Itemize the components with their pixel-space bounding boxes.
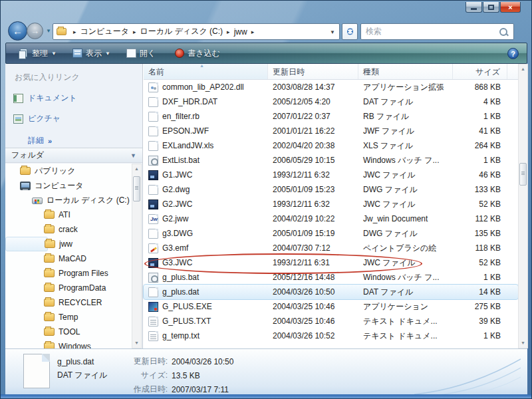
toolbar-button[interactable]: 開く [123, 46, 162, 61]
column-header-name[interactable]: ▲ 名前 [144, 64, 268, 79]
favorite-label[interactable]: ピクチャ [28, 113, 61, 124]
table-row[interactable]: ExtList.bat 2006/05/29 10:15 Windows バッチ… [144, 153, 518, 168]
file-name[interactable]: DXF_HDR.DAT [162, 97, 217, 106]
column-header-label[interactable]: 種類 [363, 67, 379, 76]
table-row[interactable]: g_plus.dat 2004/03/26 10:50 DAT ファイル 14 … [144, 285, 518, 299]
breadcrumb-label[interactable]: jww [234, 27, 247, 37]
table-row[interactable]: G3.JWC 1993/12/11 6:31 JWC ファイル 52 KB [144, 255, 518, 270]
forward-button[interactable]: → [27, 23, 43, 39]
scroll-up-icon[interactable]: ▲ [132, 164, 141, 174]
column-header-label[interactable]: 更新日時 [273, 67, 305, 76]
file-name-cell[interactable]: G_PLUS.EXE [144, 302, 268, 312]
tree-item[interactable]: ProgramData [5, 281, 132, 295]
file-name[interactable]: G3.emf [162, 243, 188, 253]
tree-item[interactable]: Program Files [5, 266, 132, 281]
tree-item-label[interactable]: MaCAD [59, 254, 86, 263]
tree-item-label[interactable]: Windows [59, 342, 91, 348]
table-row[interactable]: g3.DWG 2005/01/09 15:19 DWG ファイル 135 KB [144, 226, 518, 241]
table-row[interactable]: G2.JWC 1993/12/11 6:32 JWC ファイル 52 KB [144, 197, 518, 211]
tree-item-label[interactable]: ProgramData [59, 283, 106, 293]
table-row[interactable]: G1.JWC 1993/12/11 6:32 JWC ファイル 46 KB [144, 168, 518, 182]
table-row[interactable]: common_lib_AP202.dll 2003/08/28 14:37 アプ… [144, 80, 518, 94]
favorite-label[interactable]: ドキュメント [28, 92, 77, 104]
address-dropdown-icon[interactable]: ▼ [330, 29, 335, 35]
column-header-size[interactable]: サイズ [453, 64, 507, 79]
breadcrumb-item[interactable]: ▸ ローカル ディスク (C:) [129, 26, 223, 37]
table-row[interactable]: G_PLUS.EXE 2004/03/25 10:46 アプリケーション 275… [144, 299, 518, 314]
file-name[interactable]: common_lib_AP202.dll [162, 82, 244, 92]
file-name-cell[interactable]: g_plus.bat [144, 273, 268, 283]
close-button[interactable]: × [500, 2, 521, 13]
file-name[interactable]: g_temp.txt [162, 331, 200, 340]
more-label[interactable]: 詳細 [28, 135, 44, 146]
file-name-cell[interactable]: G3.emf [144, 243, 268, 253]
table-row[interactable]: g_temp.txt 2004/03/26 10:52 テキスト ドキュメ...… [144, 329, 518, 343]
tree-item-label[interactable]: コンピュータ [35, 180, 83, 192]
file-name-cell[interactable]: EXLandJW.xls [144, 141, 268, 151]
toolbar-button[interactable]: 表示 ▼ [69, 46, 114, 61]
tree-item[interactable]: ローカル ディスク (C:) [5, 193, 132, 207]
file-name-cell[interactable]: g3.DWG [144, 229, 268, 239]
tree-item-label[interactable]: パブリック [35, 166, 75, 177]
column-header-label[interactable]: サイズ [475, 67, 500, 76]
file-name[interactable]: EXLandJW.xls [162, 141, 213, 150]
toolbar-button[interactable]: 書き込む [172, 46, 227, 61]
file-name[interactable]: en_filter.rb [162, 112, 200, 121]
breadcrumb-label[interactable]: ローカル ディスク (C:) [140, 26, 223, 37]
tree-item[interactable]: Windows [5, 339, 132, 348]
table-row[interactable]: en_filter.rb 2007/01/22 0:37 RB ファイル 1 K… [144, 109, 518, 124]
tree-scrollbar-thumb[interactable] [133, 176, 140, 201]
help-button[interactable]: ? [507, 48, 519, 59]
refresh-button[interactable] [342, 23, 358, 40]
file-name-cell[interactable]: g_plus.dat [144, 287, 268, 297]
tree-scrollbar[interactable]: ▲ ▼ [132, 164, 142, 348]
address-bar[interactable]: ▸ コンピュータ ▸ ローカル ディスク (C:) ▸ jww ▸ ▼ [53, 23, 340, 40]
tree-item[interactable]: パブリック [5, 164, 132, 178]
tree-item[interactable]: crack [5, 222, 132, 237]
tree-item-label[interactable]: TOOL [59, 327, 80, 336]
back-button[interactable]: ← [8, 21, 27, 41]
file-name[interactable]: g_plus.bat [162, 273, 199, 282]
search-icon[interactable] [499, 27, 508, 37]
file-name[interactable]: G1.JWC [162, 170, 192, 180]
file-name[interactable]: ExtList.bat [162, 156, 200, 165]
file-name[interactable]: EPSON.JWF [162, 126, 209, 136]
table-row[interactable]: G2.dwg 2005/01/09 15:23 DWG ファイル 133 KB [144, 182, 518, 197]
file-name-cell[interactable]: common_lib_AP202.dll [144, 82, 268, 92]
file-name-cell[interactable]: G2.jww [144, 214, 268, 224]
file-name[interactable]: g_plus.dat [162, 287, 199, 297]
favorite-link[interactable]: ピクチャ [13, 113, 142, 124]
file-name[interactable]: G_PLUS.EXE [162, 302, 212, 311]
breadcrumb-item[interactable]: ▸ コンピュータ [69, 26, 129, 37]
tree-item-label[interactable]: RECYCLER [59, 298, 102, 307]
favorite-link[interactable]: ドキュメント [13, 92, 142, 104]
tree-item[interactable]: Temp [5, 310, 132, 325]
file-name-cell[interactable]: g_temp.txt [144, 331, 268, 341]
tree-item-label[interactable]: ローカル ディスク (C:) [47, 195, 130, 206]
toolbar-button[interactable]: 整理 ▼ [15, 46, 60, 61]
search-input[interactable]: 検索 [361, 26, 499, 37]
scroll-up-icon[interactable]: ▲ [519, 65, 527, 74]
more-link[interactable]: 詳細 » [28, 135, 142, 146]
table-row[interactable]: EPSON.JWF 2001/01/21 16:22 JWF ファイル 41 K… [144, 124, 518, 138]
file-name-cell[interactable]: G_PLUS.TXT [144, 317, 268, 327]
tree-item[interactable]: コンピュータ [5, 178, 132, 193]
minimize-button[interactable] [466, 2, 482, 13]
file-name-cell[interactable]: G2.JWC [144, 200, 268, 209]
file-name[interactable]: G3.JWC [162, 258, 192, 267]
file-name[interactable]: G2.dwg [162, 185, 190, 194]
file-name-cell[interactable]: ExtList.bat [144, 156, 268, 166]
table-row[interactable]: DXF_HDR.DAT 2005/12/05 4:20 DAT ファイル 4 K… [144, 94, 518, 109]
list-scrollbar-thumb[interactable] [519, 163, 527, 186]
file-name-cell[interactable]: G1.JWC [144, 170, 268, 180]
tree-item[interactable]: MaCAD [5, 251, 132, 266]
tree-item-label[interactable]: jww [59, 239, 72, 249]
column-header-label[interactable]: 名前 [148, 67, 164, 76]
file-name[interactable]: G2.JWC [162, 200, 192, 209]
file-name-cell[interactable]: G3.JWC [144, 258, 268, 268]
list-scrollbar[interactable]: ▲ ▼ [518, 64, 528, 348]
tree-item[interactable]: ATI [5, 207, 132, 222]
breadcrumb-label[interactable]: コンピュータ [80, 26, 129, 37]
tree-item[interactable]: TOOL [5, 325, 132, 339]
table-row[interactable]: G_PLUS.TXT 2004/03/25 10:46 テキスト ドキュメ...… [144, 314, 518, 329]
